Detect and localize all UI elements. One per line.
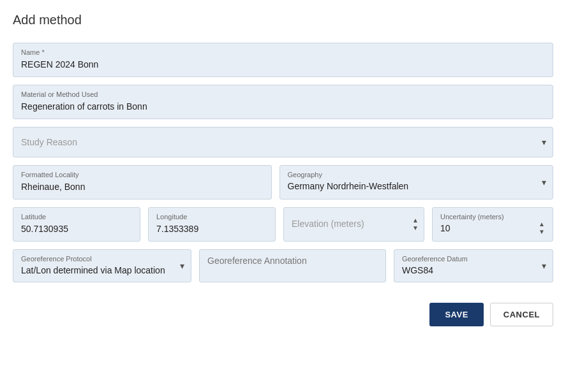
georef-datum-value: WGS84	[402, 265, 530, 275]
georef-annotation-input[interactable]	[207, 256, 378, 266]
cancel-button[interactable]: CANCEL	[490, 303, 553, 326]
name-label: Name *	[21, 48, 545, 56]
elevation-up-button[interactable]: ▲	[412, 217, 419, 224]
elevation-down-button[interactable]: ▼	[412, 225, 419, 231]
georef-datum-chevron-icon: ▾	[542, 261, 546, 271]
georeference-row: Georeference Protocol Lat/Lon determined…	[13, 249, 553, 282]
geography-dropdown[interactable]: Geography Germany Nordrhein-Westfalen ▾	[279, 165, 554, 200]
button-row: SAVE CANCEL	[13, 303, 553, 326]
page-title: Add method	[13, 13, 553, 27]
georef-protocol-dropdown[interactable]: Georeference Protocol Lat/Lon determined…	[13, 249, 191, 282]
geography-label: Geography	[288, 171, 530, 178]
latitude-field: Latitude	[13, 207, 140, 242]
latitude-input[interactable]	[21, 224, 132, 234]
formatted-locality-label: Formatted Locality	[21, 171, 264, 178]
uncertainty-down-button[interactable]: ▼	[539, 229, 545, 235]
study-reason-dropdown[interactable]: Study Reason ▾	[13, 127, 553, 157]
material-method-field: Material or Method Used	[13, 85, 553, 119]
georef-protocol-chevron-icon: ▾	[180, 261, 184, 271]
georef-datum-dropdown[interactable]: Georeference Datum WGS84 ▾	[394, 249, 553, 282]
georef-protocol-label: Georeference Protocol	[21, 255, 168, 263]
longitude-field: Longitude	[148, 207, 276, 242]
uncertainty-up-button[interactable]: ▲	[539, 221, 545, 228]
elevation-placeholder: Elevation (meters)	[292, 219, 364, 229]
formatted-locality-field: Formatted Locality	[13, 165, 272, 200]
longitude-input[interactable]	[156, 224, 267, 234]
formatted-locality-input[interactable]	[21, 182, 264, 192]
longitude-label: Longitude	[156, 213, 267, 221]
georef-protocol-value: Lat/Lon determined via Map location	[21, 265, 168, 275]
material-method-label: Material or Method Used	[21, 91, 545, 98]
geography-chevron-icon: ▾	[542, 177, 546, 187]
coordinates-row: Latitude Longitude Elevation (meters) ▲ …	[13, 207, 553, 242]
uncertainty-input[interactable]	[440, 223, 545, 233]
uncertainty-label: Uncertainty (meters)	[440, 213, 545, 221]
uncertainty-spinners: ▲ ▼	[539, 221, 545, 235]
locality-geography-row: Formatted Locality Geography Germany Nor…	[13, 165, 553, 200]
name-input[interactable]	[21, 59, 545, 69]
save-button[interactable]: SAVE	[429, 303, 483, 326]
latitude-label: Latitude	[21, 213, 132, 221]
georef-annotation-field	[199, 249, 386, 282]
georef-datum-label: Georeference Datum	[402, 255, 530, 263]
study-reason-chevron-icon: ▾	[542, 137, 546, 147]
elevation-spinners: ▲ ▼	[412, 217, 419, 231]
study-reason-placeholder: Study Reason	[21, 137, 77, 147]
elevation-field: Elevation (meters) ▲ ▼	[283, 207, 424, 242]
form-container: Name * Material or Method Used Study Rea…	[13, 43, 553, 326]
uncertainty-field: Uncertainty (meters) ▲ ▼	[432, 207, 553, 242]
geography-value: Germany Nordrhein-Westfalen	[288, 181, 530, 191]
uncertainty-spinner-container: ▲ ▼	[440, 223, 545, 233]
name-field: Name *	[13, 43, 553, 77]
material-method-input[interactable]	[21, 101, 545, 112]
